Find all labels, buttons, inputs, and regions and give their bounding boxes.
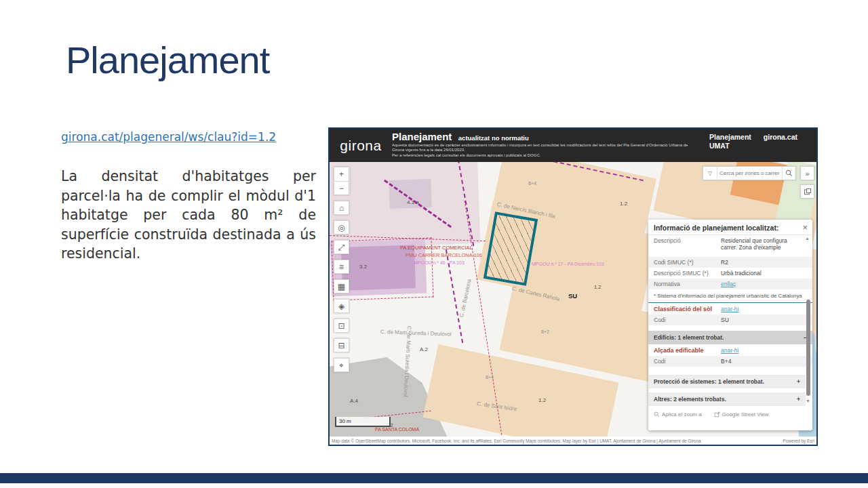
table-row: Descripció Residencial que configura car… [648, 235, 812, 257]
map-canvas[interactable]: 4.1.a 3.2 PA EQUIPAMENT COMERCIAL PMU CA… [330, 162, 816, 436]
panel-scrollbar[interactable] [806, 300, 810, 396]
row-value: Residencial que configura carrer. Zona d… [721, 237, 803, 255]
disclaimer-line: Girona vigents fins a la data 26/01/2023… [392, 148, 709, 152]
search-input[interactable] [717, 170, 782, 176]
map-label: 1.2 [594, 284, 601, 290]
map-attribution: Map data © OpenStreetMap contributors, M… [330, 436, 816, 445]
expand-search-button[interactable]: » [800, 166, 814, 180]
row-value: Urbà tradicional [721, 270, 803, 277]
row-value: SU [721, 317, 803, 323]
table-row: Codi SIMUC (*) R2 [648, 257, 812, 268]
map-label: PA SANTA COLOMA [375, 427, 419, 432]
map-label: 4.1.a [407, 199, 419, 205]
scroll-up-icon[interactable]: ▲ [805, 236, 810, 241]
external-link-icon [714, 411, 720, 418]
expand-icon[interactable]: + [797, 378, 800, 385]
map-label: 1.2 [538, 397, 546, 403]
close-icon[interactable]: × [802, 222, 808, 232]
source-link[interactable]: girona.cat/plageneral/ws/clau?id=1.2 [61, 130, 276, 144]
map-label: PA EQUIPAMENT COMERCIAL [400, 245, 473, 251]
panel-footnote: * Sistema d'informació del planejament u… [648, 289, 812, 302]
map-label: 1.2 [620, 201, 627, 207]
measure-button[interactable]: ⊟ [334, 338, 349, 352]
anar-hi-link[interactable]: anar-hi [721, 347, 738, 354]
legend-button[interactable]: ≡ [334, 260, 349, 274]
layer-swipe-button[interactable] [800, 184, 814, 199]
expand-icon[interactable]: + [797, 396, 800, 403]
app-header: girona Planejament actualitzat no normat… [330, 129, 816, 162]
bottom-accent-bar [0, 473, 868, 483]
header-site: girona.cat [764, 133, 797, 142]
disclaimer-line: Per a referències legals cal consultar e… [392, 153, 709, 158]
powered-by-esri: Powered by Esri [783, 439, 814, 443]
section-header-label: Altres: 2 elements trobats. [654, 396, 726, 403]
attribution-text: Map data © OpenStreetMap contributors, M… [332, 439, 701, 443]
row-label: Descripció SIMUC (*) [654, 270, 721, 277]
map-label: B+4 [528, 181, 536, 186]
map-screenshot: girona Planejament actualitzat no normat… [328, 127, 818, 446]
row-label: Normativa [654, 281, 721, 287]
info-panel: Informació de planejament localitzat: × … [648, 220, 812, 430]
section-header-label: Edificis: 1 element trobat. [654, 334, 724, 341]
section-header-proteccio[interactable]: Protecció de sistemes: 1 element trobat.… [648, 375, 806, 388]
section-header-label: Protecció de sistemes: 1 element trobat. [654, 378, 764, 385]
info-panel-title: Informació de planejament localitzat: [648, 220, 812, 235]
row-value: R2 [721, 259, 803, 266]
street-label: C. de Martí Sureda i Deulovol [380, 329, 452, 338]
girona-logo: girona [330, 129, 392, 162]
slide: Planejament girona.cat/plageneral/ws/cla… [0, 0, 868, 488]
search-icon [785, 169, 793, 177]
table-row: Descripció SIMUC (*) Urbà tradicional [648, 268, 812, 279]
row-label: Codi SIMUC (*) [654, 259, 721, 266]
row-label: Descripció [654, 237, 721, 255]
map-label: MPGOU n.º 46 - PA 103 [414, 260, 465, 265]
section-alcada: Alçada edificable anar-hi [648, 344, 812, 356]
pan-button[interactable]: ⌖ [334, 358, 349, 372]
disclaimer-line: Aquesta documentació és de caràcter excl… [392, 143, 709, 148]
map-label: B+2 [541, 329, 549, 334]
map-label: SU [568, 292, 577, 300]
table-row: Codi B+4 [648, 356, 812, 367]
street-view-action[interactable]: Google Street View [714, 411, 769, 418]
app-subtitle: actualitzat no normatiu [458, 134, 529, 142]
fullscreen-button[interactable]: ⤢ [334, 240, 349, 254]
locate-button[interactable]: ◎ [334, 220, 349, 235]
search-bar: ▽ [703, 166, 796, 180]
app-header-center: Planejament actualitzat no normatiu Aque… [392, 129, 709, 162]
scroll-down-icon[interactable]: ▼ [806, 399, 810, 403]
map-label: 3.2 [359, 264, 367, 270]
map-label: A.2 [420, 346, 428, 352]
zoom-in-button[interactable]: + [334, 167, 349, 181]
apply-zoom-action[interactable]: Aplica el zoom a [654, 411, 702, 418]
section-heading: Classificació del sòl [654, 306, 721, 312]
app-title: Planejament [392, 131, 452, 142]
row-label: Codi [654, 317, 721, 323]
section-classificacio: Classificació del sòl anar-hi [648, 302, 812, 314]
home-button[interactable]: ⌂ [334, 201, 349, 215]
header-brand: Planejament [709, 133, 751, 142]
header-brand-2: UMAT [709, 142, 816, 150]
search-source-caret-icon[interactable]: ▽ [703, 167, 717, 180]
search-button[interactable] [782, 167, 795, 180]
map-label: MPGOU n.º 17 - PA Dicembru 103 [532, 262, 604, 266]
app-header-right: Planejament girona.cat UMAT [709, 129, 816, 162]
panel-footer: Aplica el zoom a Google Street View [648, 406, 812, 423]
section-header-edificis[interactable]: Edificis: 1 element trobat. − [648, 331, 812, 344]
scale-label: 30 m [339, 418, 351, 424]
basemap-button[interactable]: ▦ [334, 279, 349, 293]
map-label: PMU CARRER BARCELONA 106 [406, 252, 482, 258]
street-label: C. de Barcelona [458, 279, 473, 318]
row-label: Codi [654, 358, 721, 365]
scale-bar: 30 m [335, 417, 391, 427]
row-value: B+4 [721, 358, 803, 365]
section-header-altres[interactable]: Altres: 2 elements trobats. + [648, 392, 806, 406]
map-label: B+4 [486, 375, 494, 380]
layers-button[interactable]: ◈ [334, 299, 349, 313]
map-toolbar: + − ⌂ ◎ ⤢ ≡ ▦ ◈ ⊡ ⊟ ⌖ [334, 167, 350, 378]
print-button[interactable]: ⊡ [334, 319, 349, 333]
normativa-link[interactable]: enllaç [721, 281, 736, 287]
anar-hi-link[interactable]: anar-hi [721, 306, 738, 312]
zoom-out-button[interactable]: − [334, 181, 349, 195]
section-heading: Alçada edificable [654, 347, 721, 354]
table-row: Normativa enllaç [648, 279, 812, 289]
